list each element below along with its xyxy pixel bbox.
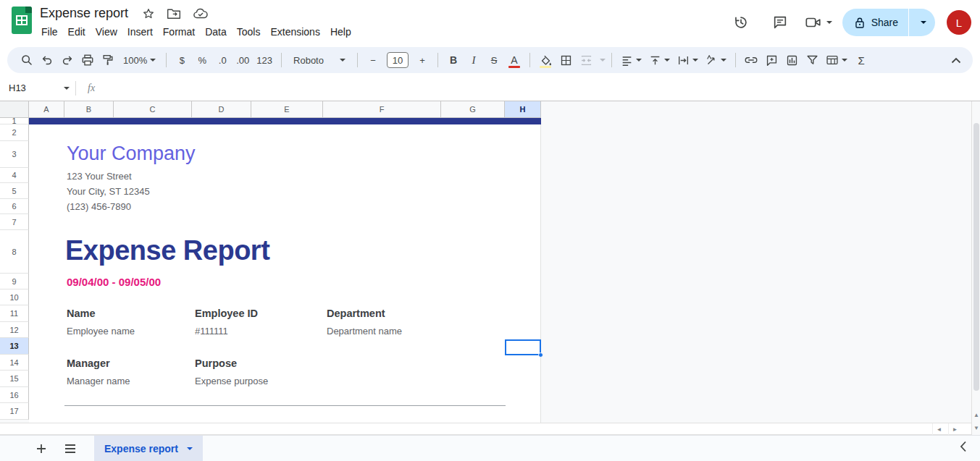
share-button[interactable]: Share <box>842 9 935 36</box>
row-header-16[interactable]: 16 <box>0 387 29 403</box>
borders-button[interactable] <box>556 51 575 69</box>
font-size-input[interactable]: 10 <box>387 52 409 68</box>
column-header-A[interactable]: A <box>29 101 64 118</box>
menu-help[interactable]: Help <box>325 24 356 40</box>
field-value-expense-purpose[interactable]: Expense purpose <box>195 376 268 386</box>
account-avatar[interactable]: L <box>947 10 971 35</box>
fill-handle[interactable] <box>538 352 543 358</box>
menu-format[interactable]: Format <box>158 24 200 40</box>
row-header-8[interactable]: 8 <box>0 230 29 274</box>
horizontal-align-button[interactable] <box>618 51 645 69</box>
insert-chart-icon[interactable] <box>782 51 801 69</box>
decrease-decimal-button[interactable]: .0 <box>213 51 232 69</box>
sheet-tab-caret-icon[interactable] <box>187 447 193 450</box>
menu-extensions[interactable]: Extensions <box>265 24 324 40</box>
field-label-department[interactable]: Department <box>327 308 385 319</box>
field-value-employee-name[interactable]: Employee name <box>67 326 135 337</box>
functions-button[interactable]: Σ <box>852 51 871 69</box>
column-header-F[interactable]: F <box>323 101 441 118</box>
strikethrough-button[interactable]: S <box>485 51 503 69</box>
field-value-manager-name[interactable]: Manager name <box>67 376 130 386</box>
increase-decimal-button[interactable]: .00 <box>233 51 252 69</box>
phone-text[interactable]: (123) 456-7890 <box>67 201 131 212</box>
google-sheets-logo-icon[interactable] <box>12 7 32 34</box>
row-header-4[interactable]: 4 <box>0 168 29 183</box>
format-percent-button[interactable]: % <box>193 51 212 69</box>
row-header-6[interactable]: 6 <box>0 199 29 214</box>
show-side-panel-icon[interactable] <box>960 441 967 452</box>
vertical-scrollbar-thumb[interactable] <box>973 123 979 391</box>
format-currency-button[interactable]: $ <box>172 51 191 69</box>
name-box-caret-icon[interactable] <box>64 87 70 90</box>
horizontal-scrollbar[interactable]: ◄ ► <box>0 423 971 435</box>
text-rotation-button[interactable] <box>703 51 729 69</box>
cloud-status-icon[interactable] <box>193 7 209 20</box>
row-header-10[interactable]: 10 <box>0 289 29 305</box>
column-header-B[interactable]: B <box>64 101 114 118</box>
field-value-department-name[interactable]: Department name <box>327 326 402 337</box>
name-box[interactable]: H13 <box>0 83 70 93</box>
menu-file[interactable]: File <box>36 24 63 40</box>
column-header-H[interactable]: H <box>505 101 541 118</box>
column-header-D[interactable]: D <box>192 101 251 118</box>
table-views-button[interactable] <box>823 51 850 69</box>
scroll-right-icon[interactable]: ► <box>948 423 961 435</box>
column-header-C[interactable]: C <box>114 101 192 118</box>
document-title[interactable]: Expense report <box>40 6 128 21</box>
row-header-17[interactable]: 17 <box>0 403 29 420</box>
column-header-G[interactable]: G <box>441 101 505 118</box>
scroll-left-icon[interactable]: ◄ <box>932 423 945 435</box>
undo-icon[interactable] <box>38 51 56 69</box>
field-label-name[interactable]: Name <box>67 308 96 319</box>
redo-icon[interactable] <box>58 51 77 69</box>
bold-button[interactable]: B <box>444 51 463 69</box>
fill-color-button[interactable] <box>536 51 555 69</box>
cell-reference[interactable]: H13 <box>9 83 61 93</box>
field-value-employee-id[interactable]: #111111 <box>195 326 228 337</box>
all-sheets-icon[interactable] <box>59 438 81 460</box>
move-folder-icon[interactable] <box>167 7 181 20</box>
menu-insert[interactable]: Insert <box>122 24 158 40</box>
field-label-employee-id[interactable]: Employee ID <box>195 308 258 319</box>
more-formats-button[interactable]: 123 <box>254 51 275 69</box>
vertical-scrollbar[interactable]: ▲ ▼ <box>971 101 980 435</box>
text-color-button[interactable]: A <box>505 51 524 69</box>
font-family-selector[interactable]: Roboto <box>288 51 351 69</box>
vertical-align-button[interactable] <box>646 51 673 69</box>
address-line2-text[interactable]: Your City, ST 12345 <box>67 186 150 197</box>
star-icon[interactable] <box>142 7 155 20</box>
scroll-down-icon[interactable]: ▼ <box>972 422 980 433</box>
date-range-text[interactable]: 09/04/00 - 09/05/00 <box>67 276 161 288</box>
insert-comment-icon[interactable] <box>762 51 781 69</box>
search-icon[interactable] <box>17 51 36 69</box>
field-label-purpose[interactable]: Purpose <box>195 358 237 369</box>
increase-font-size-button[interactable]: + <box>413 51 432 69</box>
italic-button[interactable]: I <box>464 51 483 69</box>
header-band-row1[interactable] <box>29 118 541 124</box>
row-header-9[interactable]: 9 <box>0 274 29 289</box>
active-sheet-tab[interactable]: Expense report <box>94 436 203 461</box>
comments-icon[interactable] <box>766 8 795 37</box>
row-header-1[interactable]: 1 <box>0 118 29 124</box>
row-header-14[interactable]: 14 <box>0 355 29 371</box>
zoom-selector[interactable]: 100% <box>119 51 160 69</box>
row-header-15[interactable]: 15 <box>0 371 29 387</box>
paint-format-icon[interactable] <box>99 51 117 69</box>
select-all-corner[interactable] <box>0 101 29 118</box>
meet-call-button[interactable] <box>805 14 832 30</box>
insert-link-icon[interactable] <box>742 51 761 69</box>
selected-cell-H13[interactable] <box>505 339 541 355</box>
row-header-3[interactable]: 3 <box>0 141 29 168</box>
menu-view[interactable]: View <box>91 24 122 40</box>
address-line1-text[interactable]: 123 Your Street <box>67 171 132 182</box>
row-header-12[interactable]: 12 <box>0 322 29 338</box>
meet-caret-icon[interactable] <box>826 21 832 24</box>
row-header-7[interactable]: 7 <box>0 214 29 230</box>
report-title-text[interactable]: Expense Report <box>65 235 269 266</box>
row-header-13[interactable]: 13 <box>0 338 29 355</box>
add-sheet-icon[interactable] <box>30 438 52 460</box>
scroll-up-icon[interactable]: ▲ <box>972 409 980 420</box>
create-filter-icon[interactable] <box>803 51 821 69</box>
decrease-font-size-button[interactable]: − <box>364 51 382 69</box>
menu-data[interactable]: Data <box>200 24 232 40</box>
